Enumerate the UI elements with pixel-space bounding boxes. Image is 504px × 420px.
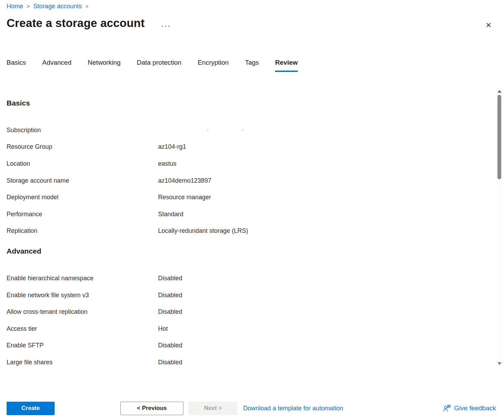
field-label: Replication — [7, 227, 158, 235]
field-value: Disabled — [158, 308, 182, 316]
section-heading: Advanced — [7, 247, 480, 255]
section-rows: Enable hierarchical namespaceDisabledEna… — [7, 270, 480, 371]
tab-tags[interactable]: Tags — [245, 59, 259, 72]
tab-review[interactable]: Review — [275, 59, 297, 72]
review-row: Locationeastus — [7, 155, 480, 172]
field-label: Access tier — [7, 325, 158, 332]
field-value: Hot — [158, 325, 168, 332]
previous-button[interactable]: < Previous — [120, 402, 183, 415]
review-row: Deployment modelResource manager — [7, 189, 480, 206]
feedback-icon — [443, 404, 451, 412]
title-row: Create a storage account ··· ✕ — [7, 17, 497, 36]
vertical-scrollbar[interactable] — [496, 88, 503, 367]
review-row: Enable network file system v3Disabled — [7, 287, 480, 304]
section-rows: SubscriptionResource Groupaz104-rg1Locat… — [7, 122, 480, 239]
footer-bar: Create < Previous Next > Download a temp… — [7, 401, 496, 415]
download-template-link[interactable]: Download a template for automation — [243, 405, 343, 412]
field-value: az104-rg1 — [158, 143, 186, 150]
review-row: Storage account nameaz104demo123897 — [7, 172, 480, 189]
scroll-down-icon[interactable] — [497, 362, 502, 365]
more-icon[interactable]: ··· — [162, 23, 172, 30]
breadcrumb: Home>Storage accounts> — [7, 2, 92, 11]
review-row: Subscription — [7, 122, 480, 139]
field-value: Disabled — [158, 342, 182, 349]
review-row: PerformanceStandard — [7, 206, 480, 223]
close-icon[interactable]: ✕ — [484, 20, 493, 30]
section-heading: Basics — [7, 99, 480, 107]
field-value — [158, 126, 269, 134]
field-value: Locally-redundant storage (LRS) — [158, 227, 248, 235]
review-row: Access tierHot — [7, 320, 480, 337]
tab-encryption[interactable]: Encryption — [198, 59, 229, 72]
next-button[interactable]: Next > — [189, 402, 237, 415]
review-row: Allow cross-tenant replicationDisabled — [7, 303, 480, 320]
field-label: Performance — [7, 211, 158, 218]
review-row: Large file sharesDisabled — [7, 354, 480, 371]
tab-networking[interactable]: Networking — [88, 59, 120, 72]
field-value: Disabled — [158, 292, 182, 299]
breadcrumb-link[interactable]: Storage accounts — [33, 3, 82, 10]
create-button[interactable]: Create — [7, 402, 55, 415]
breadcrumb-separator-icon: > — [27, 3, 30, 9]
field-value: Disabled — [158, 359, 182, 366]
field-label: Location — [7, 160, 158, 167]
field-value: eastus — [158, 160, 176, 167]
field-value: Disabled — [158, 275, 182, 282]
field-value: Resource manager — [158, 194, 211, 201]
field-value: az104demo123897 — [158, 177, 211, 184]
tab-data-protection[interactable]: Data protection — [137, 59, 182, 72]
review-row: Enable SFTPDisabled — [7, 337, 480, 354]
field-label: Deployment model — [7, 194, 158, 201]
scrollbar-thumb[interactable] — [497, 95, 501, 179]
field-label: Enable SFTP — [7, 342, 158, 349]
review-content: BasicsSubscriptionResource Groupaz104-rg… — [7, 88, 480, 371]
review-row: Enable hierarchical namespaceDisabled — [7, 270, 480, 287]
create-storage-account-page: Home>Storage accounts> Create a storage … — [0, 0, 504, 420]
field-label: Enable hierarchical namespace — [7, 275, 158, 282]
field-label: Subscription — [7, 127, 158, 134]
breadcrumb-separator-icon: > — [85, 3, 88, 9]
field-label: Storage account name — [7, 177, 158, 184]
give-feedback-label: Give feedback — [454, 404, 496, 412]
field-value: Standard — [158, 211, 183, 218]
tab-bar: BasicsAdvancedNetworkingData protectionE… — [7, 59, 314, 72]
review-row: Resource Groupaz104-rg1 — [7, 139, 480, 156]
page-title: Create a storage account — [7, 17, 145, 30]
field-label: Enable network file system v3 — [7, 292, 158, 299]
review-row: ReplicationLocally-redundant storage (LR… — [7, 223, 480, 240]
give-feedback-link[interactable]: Give feedback — [443, 404, 496, 412]
breadcrumb-link[interactable]: Home — [7, 3, 23, 10]
tab-basics[interactable]: Basics — [7, 59, 26, 72]
scroll-up-icon[interactable] — [497, 90, 502, 93]
field-label: Resource Group — [7, 143, 158, 150]
tab-advanced[interactable]: Advanced — [42, 59, 72, 72]
field-label: Large file shares — [7, 359, 158, 366]
field-label: Allow cross-tenant replication — [7, 308, 158, 316]
